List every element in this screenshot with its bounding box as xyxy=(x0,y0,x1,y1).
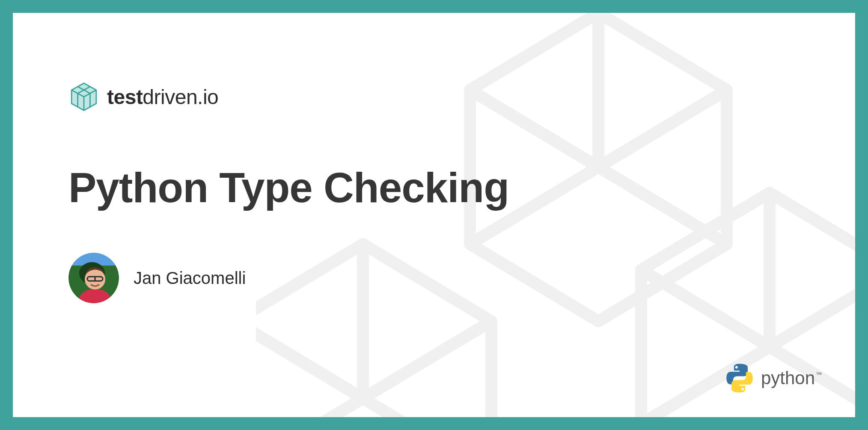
python-badge: python™ xyxy=(724,363,821,394)
svg-point-10 xyxy=(741,388,744,391)
python-label: python™ xyxy=(761,368,821,388)
author-name: Jan Giacomelli xyxy=(134,269,246,288)
testdriven-logo-icon xyxy=(68,81,99,112)
python-logo-icon xyxy=(724,363,755,394)
brand-text: testdriven.io xyxy=(107,85,218,109)
content-area: testdriven.io Python Type Checking xyxy=(13,13,855,303)
author-avatar xyxy=(68,253,119,303)
brand-row: testdriven.io xyxy=(68,81,855,112)
article-title: Python Type Checking xyxy=(68,164,855,212)
brand-text-light: driven.io xyxy=(143,86,218,108)
card-frame: testdriven.io Python Type Checking xyxy=(0,0,868,430)
python-name: python xyxy=(761,368,815,388)
python-tm: ™ xyxy=(816,371,822,378)
svg-point-9 xyxy=(735,366,738,369)
author-row: Jan Giacomelli xyxy=(68,253,855,303)
brand-text-bold: test xyxy=(107,86,143,108)
card: testdriven.io Python Type Checking xyxy=(13,13,855,417)
